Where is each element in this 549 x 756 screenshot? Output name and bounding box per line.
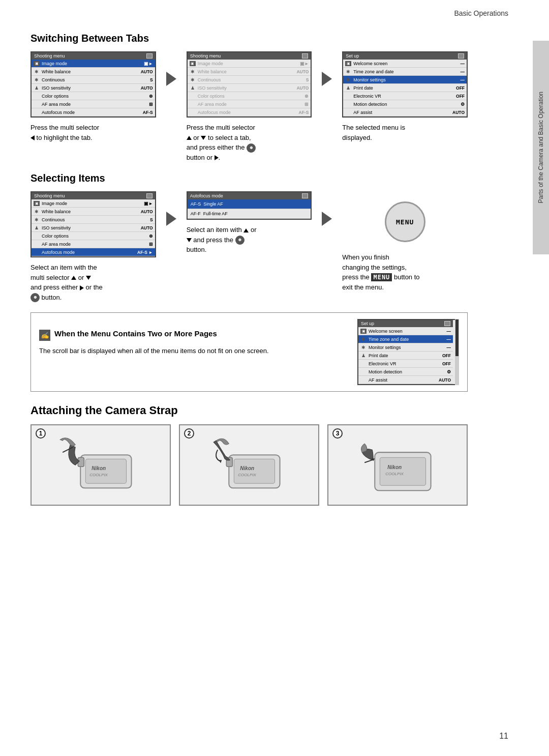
note-content: ✍ When the Menu Contains Two or More Pag… [39,319,459,385]
sel-screen-2-header: Autofocus mode [188,192,311,199]
arrow-right-4 [322,212,332,226]
star-icon-6: ✱ [345,77,351,83]
blank-icon-3 [34,109,40,115]
person-icon-1: ♟ [34,85,40,91]
note-section: ✍ When the Menu Contains Two or More Pag… [30,312,468,392]
note-row-3: ♟Print date OFF [358,352,453,360]
note-row-6: AF assist AUTO [358,376,453,384]
selecting-panel-2: Autofocus mode AF-S Single AF AF-F Full-… [187,191,312,255]
switching-title: Switching Between Tabs [30,33,468,44]
screen-2-header-icon [302,53,308,59]
sel-s1-row-5: AF area mode ⊞ [32,240,155,248]
page-number: 11 [499,732,508,741]
screen-2-wrapper: Shooting menu ▣Image mode ▣► ✱White bala… [187,51,312,118]
note-screen: Set up ▣Welcome screen — ✱Time zone and … [357,319,459,385]
menu-button: MENU [385,201,425,242]
scroll-bar [455,319,459,385]
star-icon-2: ✱ [34,77,40,83]
screen-2-row-6: Autofocus mode AF-S [188,108,311,117]
strap-svg-3: Nikon COOLPIX [336,429,460,501]
screen-3-row-5: Motion detection ⚙ [343,100,467,108]
screen-1-row-6: Autofocus mode AF-S [32,108,155,117]
selecting-title: Selecting Items [30,172,468,184]
strap-number-1: 1 [36,428,46,439]
screen-3-row-2: ✱Monitor settings — [343,76,467,84]
page-header: Basic Operations [0,0,549,22]
svg-text:Nikon: Nikon [240,466,254,471]
screen-1-header-icon [146,53,152,59]
sel-screen-2: Autofocus mode AF-S Single AF AF-F Full-… [187,191,312,220]
sel-s1-row-6: Autofocus mode AF-S ► [32,248,155,256]
star-icon-9: ✱ [360,336,367,342]
screen-1-row-5: AF area mode ⊞ [32,100,155,108]
star-icon-1: ✱ [34,69,40,75]
strap-svg-2: Nikon COOLPIX [187,429,312,501]
sidebar-vertical-text: Parts of the Camera and Basic Operation [537,92,544,203]
screen-2-row-2: ✱Continuous S [188,76,311,84]
arrow-1 [166,51,176,86]
strap-number-3: 3 [332,428,343,439]
svg-text:COOLPIX: COOLPIX [89,473,108,477]
switching-panels: Shooting menu ▣Image mode ▣► ✱White bala… [30,51,468,162]
person-icon-3: ♟ [345,85,351,91]
screen-2: Shooting menu ▣Image mode ▣► ✱White bala… [187,51,312,118]
note-row-2: ✱Monitor settings — [358,343,453,352]
svg-text:COOLPIX: COOLPIX [238,473,256,477]
switching-panel-2: Shooting menu ▣Image mode ▣► ✱White bala… [187,51,312,162]
screen-1: Shooting menu ▣Image mode ▣► ✱White bala… [30,51,156,118]
selecting-panel-1-desc: Select an item with the multi selector o… [30,263,156,302]
switching-panel-3-desc: The selected menu is displayed. [342,123,468,142]
note-screen-part: Set up ▣Welcome screen — ✱Time zone and … [357,319,459,385]
selecting-panel-1: Shooting menu ▣Image mode ▣► ✱White bala… [30,191,156,302]
arrow-2 [322,51,332,86]
screen-3-row-0: ▣Welcome screen — [343,60,467,68]
note-row-5: Motion detection ⚙ [358,368,453,376]
note-screen-wrapper: Set up ▣Welcome screen — ✱Time zone and … [357,319,459,385]
camera-icon-5: ▣ [360,329,367,334]
note-row-4: Electronic VR OFF [358,360,453,368]
screen-1-header: Shooting menu [32,52,155,60]
screen-1-row-3: ♟ISO sensitivity AUTO [32,84,155,92]
strap-images: 1 Nikon COOLPIX [30,424,468,506]
screen-3-row-3: ♟Print date OFF [343,84,467,92]
note-screen-title: Set up [361,321,374,326]
camera-icon-4: ▣ [34,201,40,206]
strap-image-1: 1 Nikon COOLPIX [30,424,171,506]
note-screen-header: Set up [358,320,453,327]
screen-2-row-4: Color options ⊗ [188,92,311,100]
blank-icon-1 [34,93,40,99]
screen-3-wrapper: Set up ▣Welcome screen — ✱Time zone and … [342,51,468,118]
screen-2-title: Shooting menu [190,53,221,59]
note-title: When the Menu Contains Two or More Pages [54,329,217,338]
note-row-0: ▣Welcome screen — [358,327,453,335]
screen-3-header: Set up [343,52,467,60]
screen-1-row-0: ▣Image mode ▣► [32,60,155,68]
screen-3-title: Set up [346,53,359,59]
screen-3-row-4: Electronic VR OFF [343,92,467,100]
camera-icon: ▣ [34,61,40,66]
sel-s2-row-1: AF-F Full-time AF [188,209,311,219]
screen-2-row-0: ▣Image mode ▣► [188,60,311,68]
selecting-panel-3: MENU When you finish changing the settin… [342,191,468,292]
star-icon-10: ✱ [360,344,367,351]
screen-2-header: Shooting menu [188,52,311,60]
sel-s1-row-0: ▣Image mode ▣► [32,199,155,208]
screen-2-row-5: AF area mode ⊞ [188,100,311,108]
attaching-title: Attaching the Camera Strap [30,404,468,417]
camera-icon-3: ▣ [345,61,351,66]
selecting-panels: Shooting menu ▣Image mode ▣► ✱White bala… [30,191,468,302]
screen-1-title: Shooting menu [34,53,65,59]
arrow-right-1 [166,72,176,86]
sel-screen-1: Shooting menu ▣Image mode ▣► ✱White bala… [30,191,156,257]
star-icon-5: ✱ [345,69,351,75]
switching-panel-1-desc: Press the multi selector to highlight th… [30,123,156,142]
svg-rect-2 [78,457,84,467]
note-body: The scroll bar is displayed when all of … [39,346,349,356]
sel-screen-2-header-icon [302,193,308,198]
screen-1-row-1: ✱White balance AUTO [32,68,155,76]
note-screen-header-icon [444,321,450,326]
sel-s1-row-1: ✱White balance AUTO [32,208,155,216]
sidebar-vertical: Parts of the Camera and Basic Operation [533,41,549,254]
switching-panel-1: Shooting menu ▣Image mode ▣► ✱White bala… [30,51,156,142]
camera-icon-2: ▣ [190,61,196,66]
